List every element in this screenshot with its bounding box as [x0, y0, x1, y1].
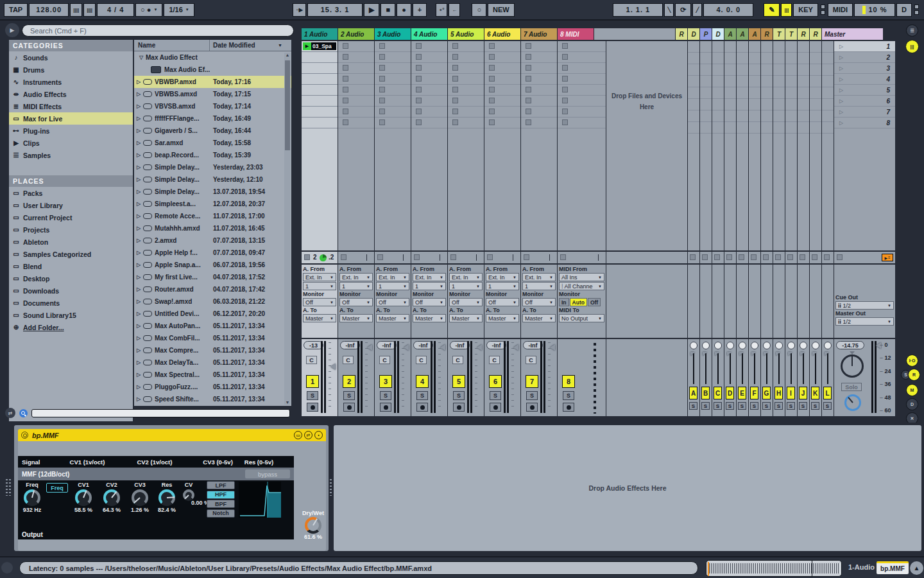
punch-out-button[interactable]: ╱: [692, 3, 702, 17]
track-header[interactable]: 4 Audio: [411, 28, 447, 40]
place-item[interactable]: ▭ Downloads: [9, 285, 133, 297]
solo-button[interactable]: S: [750, 402, 758, 410]
solo-button[interactable]: S: [799, 402, 807, 410]
clip-stop-button[interactable]: [379, 87, 385, 92]
clip-slot[interactable]: [484, 96, 520, 107]
file-row[interactable]: ▷ Max Spectral... 05.11.2017, 13:34: [134, 369, 291, 381]
file-row[interactable]: ▷ Swap!.amxd 06.03.2018, 21:22: [134, 295, 291, 308]
clip-stop-button[interactable]: [343, 98, 348, 103]
play-button[interactable]: ▶: [364, 3, 379, 17]
track-stop-button[interactable]: [751, 254, 757, 260]
clip-slot[interactable]: [338, 41, 374, 52]
monitor-off-button[interactable]: Off: [588, 298, 601, 306]
file-list-scrollbar[interactable]: ▲ ▼: [284, 53, 291, 405]
pan-knob[interactable]: [739, 342, 746, 349]
cv2-knob[interactable]: [103, 489, 120, 506]
monitor-select[interactable]: Off▼: [376, 298, 409, 306]
track-activator-button[interactable]: 7: [526, 375, 538, 388]
stop-button[interactable]: ■: [381, 3, 395, 17]
clip-stop-button[interactable]: [526, 119, 531, 125]
clip-slot[interactable]: [521, 85, 557, 96]
file-row[interactable]: ▷ Remote Acce... 11.07.2018, 17:00: [134, 210, 291, 222]
return-track-header[interactable]: R: [810, 28, 821, 40]
pan-field[interactable]: C: [452, 356, 463, 364]
volume-fader[interactable]: [367, 344, 372, 351]
scene-slot[interactable]: ▷ 2: [834, 52, 895, 63]
computer-midi-keyboard-button[interactable]: |||: [781, 3, 792, 17]
track-stop-button[interactable]: [775, 254, 781, 260]
loop-button[interactable]: ⟳: [675, 3, 691, 17]
clip[interactable]: ▶ 03_Spa: [302, 42, 337, 51]
pan-knob[interactable]: [787, 342, 795, 349]
return-track-header[interactable]: A: [737, 28, 748, 40]
track-stop-button[interactable]: [304, 254, 310, 260]
browser-collapse-button[interactable]: ▶: [5, 23, 19, 37]
clip-stop-button[interactable]: [379, 65, 385, 71]
category-item[interactable]: ▦ Drums: [9, 64, 133, 76]
file-row[interactable]: ▷ Max AutoPan... 05.11.2017, 13:34: [134, 320, 291, 332]
return-activator-button[interactable]: G: [762, 387, 771, 399]
clip-slot[interactable]: [375, 96, 411, 107]
solo-button[interactable]: S: [811, 402, 819, 410]
return-fader-handle[interactable]: [788, 352, 792, 356]
clip-slot[interactable]: [302, 107, 338, 118]
return-track-header[interactable]: A: [749, 28, 760, 40]
io-section-toggle[interactable]: I·O: [906, 355, 918, 367]
bypass-button[interactable]: bypass: [245, 469, 290, 478]
clip-stop-button[interactable]: [526, 54, 531, 60]
clip-stop-button[interactable]: [343, 87, 348, 92]
file-row[interactable]: ▷ PluggoFuzz.... 05.11.2017, 13:34: [134, 381, 291, 393]
scene-slot[interactable]: ▷ 5: [834, 85, 895, 96]
return-fader-handle[interactable]: [751, 352, 756, 356]
solo-button[interactable]: S: [380, 391, 391, 400]
arm-button[interactable]: [526, 403, 538, 412]
clip-slot[interactable]: [302, 85, 338, 96]
input-channel-select[interactable]: 1▼: [339, 282, 373, 290]
return-activator-button[interactable]: E: [738, 387, 746, 399]
clip-slot[interactable]: [448, 85, 484, 96]
clip-play-icon[interactable]: ▶: [303, 42, 311, 50]
key-map-button[interactable]: KEY: [793, 3, 818, 17]
track-header[interactable]: 1 Audio: [302, 28, 338, 40]
audio-from-select[interactable]: Ext. In▼: [413, 273, 446, 281]
track-stop-button[interactable]: [702, 254, 708, 260]
clip-stop-button[interactable]: [379, 76, 385, 82]
midi-channel-select[interactable]: ⁞ All Channe▼: [559, 282, 604, 290]
clip-slot[interactable]: [558, 52, 606, 63]
clip-stop-button[interactable]: [343, 119, 348, 125]
name-column-header[interactable]: Name: [134, 40, 210, 51]
track-stop-button[interactable]: [690, 254, 696, 260]
clip-stop-button[interactable]: [489, 87, 495, 92]
file-row[interactable]: ▷ Simpleest.a... 12.07.2018, 20:37: [134, 198, 291, 210]
pan-field[interactable]: C: [306, 356, 317, 364]
clip-stop-button[interactable]: [379, 43, 385, 49]
clip-slot[interactable]: [484, 107, 520, 118]
clip-slot[interactable]: [448, 74, 484, 85]
midi-from-select[interactable]: All Ins▼: [559, 273, 604, 281]
clip-stop-button[interactable]: [343, 43, 348, 49]
master-track-header[interactable]: Master: [822, 28, 883, 40]
tempo-field[interactable]: 128.00: [29, 3, 69, 17]
category-item[interactable]: ⇹ Audio Effects: [9, 88, 133, 100]
place-item[interactable]: ▭ Samples Categorized: [9, 248, 133, 260]
time-signature-field[interactable]: 4 / 4: [97, 3, 134, 17]
expand-icon[interactable]: ▷: [134, 274, 143, 280]
hot-swap-button[interactable]: ⇄: [304, 431, 312, 439]
return-track-header[interactable]: T: [773, 28, 785, 40]
clip-slot[interactable]: [448, 118, 484, 128]
master-out-select[interactable]: ii 1/2▼: [835, 317, 894, 326]
clip-stop-button[interactable]: [343, 65, 348, 71]
preview-bar[interactable]: [31, 409, 290, 417]
return-fader-handle[interactable]: [825, 352, 829, 356]
return-track-header[interactable]: T: [785, 28, 797, 40]
clip-stop-button[interactable]: [452, 65, 458, 71]
master-pan-knob[interactable]: [841, 355, 864, 378]
expand-icon[interactable]: ▷: [134, 213, 143, 219]
clip-slot[interactable]: [521, 96, 557, 107]
return-track-header[interactable]: D: [688, 28, 699, 40]
folder-row-root[interactable]: ▽ Max Audio Effect: [134, 51, 291, 64]
track-stop-button[interactable]: [377, 254, 383, 260]
scene-play-icon[interactable]: ▷: [839, 44, 843, 49]
clip-slot[interactable]: [448, 96, 484, 107]
clip-stop-button[interactable]: [489, 119, 495, 125]
